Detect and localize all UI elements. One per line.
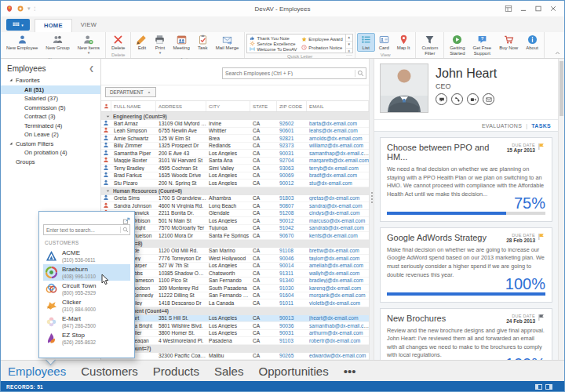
email-link[interactable]: barta@dx-email.com <box>309 121 357 126</box>
popup-search-input[interactable] <box>44 227 120 233</box>
nav-item-opportunities[interactable]: Opportunities <box>258 365 328 378</box>
close-icon[interactable] <box>549 5 557 13</box>
email-link[interactable]: marcuso@dx-email.com <box>309 218 365 223</box>
email-link[interactable]: ameliah@dx-email.com <box>309 263 363 268</box>
cell-email-link[interactable]: stu@dx-email.com <box>307 180 369 186</box>
sidebar-item-custom-filters[interactable]: Custom Filters <box>1 140 100 149</box>
style-icon[interactable] <box>505 5 512 13</box>
employee-row[interactable]: Samantha Piper200 E Ave 43Los AngelesCA9… <box>101 150 369 158</box>
employee-row[interactable]: Samantha Bright5801 Wilshire Blvd.Los An… <box>101 322 369 330</box>
cell-email-link[interactable]: robertr@dx-email.com <box>307 338 369 343</box>
email-link[interactable]: violetb@dx-email.com <box>309 300 360 306</box>
edit-button[interactable]: Edit <box>133 33 151 52</box>
zip-link[interactable]: 92704 <box>279 158 293 163</box>
cell-email-link[interactable]: edwardw@dx-email.com <box>307 353 369 358</box>
sidebar-item-groups[interactable]: Groups <box>1 158 100 167</box>
email-link[interactable]: jheart@dx-email.com <box>309 315 358 321</box>
employee-row[interactable]: Taylor Riley7776 Torreyson DrWest Hollyw… <box>101 255 369 263</box>
employee-row[interactable]: Sandra Johnson4600 N Virginia Rd.Long Be… <box>101 202 369 210</box>
email-link[interactable]: sandraj@dx-email.com <box>309 203 363 209</box>
open-in-window-icon[interactable] <box>122 217 130 225</box>
zip-link[interactable]: 91803 <box>279 195 293 201</box>
email-link[interactable]: wallyh@dx-email.com <box>309 270 359 276</box>
group-row[interactable]: Engineering (Count=9) <box>101 112 369 120</box>
group-expanded-icon[interactable] <box>105 188 111 194</box>
task-card[interactable]: Choose between PPO and HM...DUE DATE15 A… <box>380 137 552 222</box>
cell-email-link[interactable]: morgank@dx-email.com <box>307 292 369 298</box>
email-link[interactable]: bradf@dx-email.com <box>309 172 357 178</box>
group-row[interactable]: Sales (Count=7) <box>101 345 369 353</box>
employee-row[interactable]: Billy Zimmer1325 Prospect DrRedlandsCA92… <box>101 143 369 151</box>
employee-row[interactable]: Brett Wade1120 Old Mill Rd.San MarinoCA9… <box>101 248 369 256</box>
tab-home[interactable]: HOME <box>35 19 72 32</box>
column-header-state[interactable]: STATE <box>250 101 277 111</box>
cell-zip-link[interactable]: 92602 <box>277 121 307 126</box>
employee-row[interactable]: Violet Bailey1418 Descanso DrLa CanadaCA… <box>101 299 369 307</box>
employee-row[interactable]: 32300 Pacific Coast HwyMalibuCA90265edwa… <box>101 353 369 361</box>
gallery-item-award-star[interactable]: Employee Award <box>301 37 342 42</box>
cell-email-link[interactable]: violetb@dx-email.com <box>307 300 369 306</box>
cell-zip-link[interactable]: 90670 <box>277 233 307 238</box>
cell-email-link[interactable]: bradleyj@dx-email.com <box>307 278 369 283</box>
search-icon[interactable] <box>355 70 366 77</box>
cell-email-link[interactable]: brettw@dx-email.com <box>307 248 369 253</box>
sidebar-collapse-icon[interactable]: ❮ <box>89 65 94 72</box>
collapse-ribbon-icon[interactable] <box>554 49 561 56</box>
email-link[interactable]: arnolds@dx-email.com <box>309 136 363 141</box>
cell-zip-link[interactable]: 91604 <box>277 292 307 298</box>
zip-link[interactable]: 90807 <box>279 203 293 209</box>
cell-email-link[interactable]: ameliah@dx-email.com <box>307 263 369 268</box>
cell-email-link[interactable]: arthurm@dx-email.com <box>307 330 369 336</box>
cell-email-link[interactable]: sandraj@dx-email.com <box>307 203 369 209</box>
zip-link[interactable]: 90069 <box>279 172 293 178</box>
detail-scrollbar[interactable] <box>558 59 564 360</box>
cell-email-link[interactable]: samanthap@dx-email.com <box>307 151 369 156</box>
zip-link[interactable]: 90046 <box>279 256 293 261</box>
cell-email-link[interactable]: jheart@dx-email.com <box>307 315 369 321</box>
contact-message-button[interactable] <box>436 93 447 105</box>
group-expanded-icon[interactable] <box>105 114 111 119</box>
panel-layout-left-icon[interactable] <box>535 384 542 390</box>
cell-zip-link[interactable]: 91208 <box>277 210 307 216</box>
contact-mail-button[interactable] <box>483 93 494 105</box>
nav-item-sales[interactable]: Sales <box>214 365 244 378</box>
customer-item-braeburn[interactable]: Braeburn(408) 996-1010 <box>43 264 130 281</box>
email-link[interactable]: gretas@dx-email.com <box>309 195 359 201</box>
employee-row[interactable]: Stu Pizaro200 N. Spring StLos AngelesCA9… <box>101 180 369 187</box>
cell-email-link[interactable]: sandrab@dx-email.com <box>307 225 369 230</box>
email-link[interactable]: bradleyj@dx-email.com <box>309 278 363 283</box>
cell-email-link[interactable]: bradf@dx-email.com <box>307 172 369 178</box>
gallery-scroll-buttons[interactable]: ▲▼≡ <box>345 34 352 53</box>
nav-item-customers[interactable]: Customers <box>81 365 138 378</box>
cell-zip-link[interactable]: 90031 <box>277 330 307 336</box>
cell-zip-link[interactable]: 91042 <box>277 225 307 230</box>
employee-row[interactable]: Maggie Boxter3101 W Harvard StSanta AnaC… <box>101 158 369 165</box>
search-input[interactable] <box>223 71 355 76</box>
cell-email-link[interactable]: kents@dx-email.com <box>307 233 369 238</box>
custom-filter-button[interactable]: Custom Filter <box>417 33 442 57</box>
zip-link[interactable]: 90012 <box>279 218 293 223</box>
email-link[interactable]: kents@dx-email.com <box>309 233 358 238</box>
tab-view[interactable]: VIEW <box>72 19 105 32</box>
cell-zip-link[interactable]: 90012 <box>277 218 307 223</box>
delete-button[interactable]: Delete <box>108 33 129 52</box>
employee-row[interactable]: Marcus Orbison501 N Main StLos AngelesCA… <box>101 217 369 225</box>
zip-link[interactable]: 90031 <box>279 151 293 156</box>
cell-email-link[interactable]: leahs@dx-email.com <box>307 128 369 133</box>
tree-expanded-icon[interactable] <box>8 77 14 83</box>
nav-item--[interactable]: ••• <box>344 365 356 378</box>
customer-item-acme[interactable]: ACME(310) 536-0611 <box>43 248 130 264</box>
cell-email-link[interactable]: taylorr@dx-email.com <box>307 256 369 261</box>
cell-email-link[interactable]: kareng@dx-email.com <box>307 285 369 291</box>
task-card[interactable]: New BrochuresDUE DATE24 Feb 2013Review a… <box>380 308 552 360</box>
qat-dropdown-icon[interactable]: ▾ <box>27 5 31 12</box>
zip-link[interactable]: 92373 <box>279 143 293 148</box>
tree-expanded-icon[interactable] <box>8 140 14 147</box>
email-link[interactable]: stu@dx-email.com <box>309 180 352 186</box>
column-header-full-name[interactable]: FULL NAME <box>111 101 156 111</box>
customer-item-circuit-town[interactable]: Circuit Town(800) 955-2929 <box>43 281 130 297</box>
zip-link[interactable]: 91340 <box>279 278 293 283</box>
maximize-icon[interactable] <box>534 5 542 13</box>
sidebar-item-terminated-4-[interactable]: Terminated (4) <box>1 122 100 131</box>
zip-link[interactable]: 90013 <box>279 315 293 321</box>
